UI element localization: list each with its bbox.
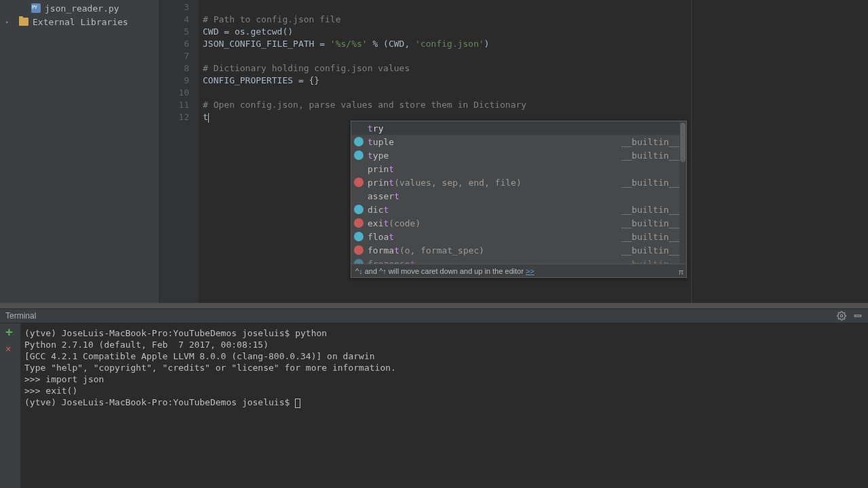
- hide-icon[interactable]: [853, 311, 863, 321]
- completion-origin: __builtin__: [621, 259, 679, 264]
- completion-origin: __builtin__: [621, 150, 679, 161]
- terminal-tool-header[interactable]: Terminal: [0, 308, 868, 323]
- autocomplete-item[interactable]: dict__builtin__: [351, 203, 686, 216]
- footer-text: will move caret down and up in the edito…: [389, 267, 524, 275]
- terminal-output[interactable]: (ytve) JoseLuis-MacBook-Pro:YouTubeDemos…: [20, 323, 868, 488]
- footer-more-link[interactable]: >>: [526, 267, 534, 275]
- code-line[interactable]: # Dictionary holding config.json values: [199, 62, 868, 75]
- completion-name: frozenset: [368, 259, 415, 264]
- terminal-title: Terminal: [5, 311, 36, 321]
- autocomplete-item[interactable]: type__builtin__: [351, 148, 686, 162]
- completion-origin: __builtin__: [621, 232, 679, 242]
- completion-kind-icon: [354, 245, 363, 255]
- completion-kind-icon: [354, 259, 363, 264]
- autocomplete-item[interactable]: tuple__builtin__: [351, 135, 686, 148]
- completion-name: print: [368, 164, 394, 174]
- code-line[interactable]: # Path to config.json file: [199, 14, 868, 26]
- svg-rect-1: [854, 315, 861, 317]
- new-session-icon[interactable]: +: [5, 327, 15, 337]
- line-number: 11: [159, 99, 189, 111]
- completion-kind-icon: [354, 123, 363, 133]
- line-number: 12: [159, 111, 189, 123]
- terminal-line: >>> exit(): [24, 385, 864, 396]
- tree-file-json-reader[interactable]: json_reader.py: [0, 1, 159, 15]
- autocomplete-item[interactable]: float__builtin__: [351, 230, 686, 243]
- autocomplete-item[interactable]: exit(code)__builtin__: [351, 216, 686, 230]
- autocomplete-scrollbar[interactable]: [679, 121, 686, 264]
- completion-origin: __builtin__: [621, 245, 679, 256]
- completion-params: (o, format_spec): [399, 245, 484, 256]
- completion-name: tuple: [368, 137, 394, 147]
- code-line[interactable]: # Open config.json, parse values and sto…: [199, 99, 868, 111]
- terminal-line: (ytve) JoseLuis-MacBook-Pro:YouTubeDemos…: [24, 396, 864, 408]
- completion-kind-icon: [354, 178, 363, 187]
- horizontal-splitter[interactable]: [0, 303, 868, 308]
- terminal-panel: + ✕ (ytve) JoseLuis-MacBook-Pro:YouTubeD…: [0, 323, 868, 488]
- code-line[interactable]: CWD = os.getcwd(): [199, 26, 868, 38]
- completion-origin: __builtin__: [621, 205, 679, 215]
- completion-kind-icon: [354, 150, 363, 160]
- completion-kind-icon: [354, 218, 363, 228]
- line-number: 5: [159, 26, 189, 38]
- terminal-cursor: [295, 399, 300, 408]
- chevron-right-icon: ▸: [5, 18, 9, 25]
- completion-name: format: [368, 245, 399, 256]
- terminal-line: Python 2.7.10 (default, Feb 7 2017, 00:0…: [24, 339, 864, 350]
- autocomplete-item[interactable]: format(o, format_spec)__builtin__: [351, 243, 686, 257]
- terminal-gutter: + ✕: [0, 323, 20, 488]
- completion-kind-icon: [354, 205, 363, 214]
- code-line[interactable]: [199, 1, 868, 14]
- line-number: 8: [159, 62, 189, 75]
- code-line[interactable]: [199, 87, 868, 99]
- autocomplete-item[interactable]: print: [351, 162, 686, 176]
- completion-name: exit: [368, 218, 389, 228]
- completion-name: float: [368, 232, 394, 242]
- completion-kind-icon: [354, 232, 363, 241]
- completion-name: type: [368, 150, 389, 161]
- python-file-icon: [31, 3, 41, 13]
- line-number: 4: [159, 14, 189, 26]
- pi-icon: π: [678, 268, 684, 276]
- text-caret: [208, 113, 209, 123]
- editor[interactable]: 3456789101112 # Path to config.json file…: [159, 0, 868, 308]
- completion-origin: __builtin__: [621, 137, 679, 147]
- code-line[interactable]: [199, 50, 868, 62]
- tree-lib-label: External Libraries: [33, 17, 128, 27]
- completion-params: (values, sep, end, file): [394, 178, 521, 188]
- close-session-icon[interactable]: ✕: [5, 344, 15, 353]
- completion-kind-icon: [354, 191, 363, 201]
- scrollbar-thumb[interactable]: [680, 123, 686, 162]
- project-tree: json_reader.py ▸ External Libraries: [0, 0, 159, 308]
- tree-file-label: json_reader.py: [45, 3, 119, 14]
- line-number: 6: [159, 38, 189, 50]
- gear-icon[interactable]: [837, 311, 846, 321]
- autocomplete-list[interactable]: trytuple__builtin__type__builtin__printp…: [351, 121, 686, 264]
- code-line[interactable]: JSON_CONFIG_FILE_PATH = '%s/%s' % (CWD, …: [199, 38, 868, 50]
- code-line[interactable]: CONFIG_PROPERTIES = {}: [199, 75, 868, 87]
- completion-origin: __builtin__: [621, 178, 679, 188]
- terminal-line: (ytve) JoseLuis-MacBook-Pro:YouTubeDemos…: [24, 327, 864, 339]
- completion-name: dict: [368, 205, 389, 215]
- completion-name: assert: [368, 191, 399, 201]
- completion-origin: __builtin__: [621, 218, 679, 228]
- autocomplete-item[interactable]: print(values, sep, end, file)__builtin__: [351, 176, 686, 189]
- completion-name: try: [368, 123, 383, 134]
- right-margin-guide: [691, 0, 692, 308]
- completion-kind-icon: [354, 137, 363, 146]
- tree-external-libraries[interactable]: ▸ External Libraries: [0, 15, 159, 28]
- line-number: 7: [159, 50, 189, 62]
- svg-point-0: [840, 314, 843, 317]
- autocomplete-popup[interactable]: trytuple__builtin__type__builtin__printp…: [351, 121, 687, 278]
- line-number: 3: [159, 1, 189, 14]
- autocomplete-footer: ^↓ and ^↑ will move caret down and up in…: [351, 264, 686, 277]
- footer-shortcut-hint: ^↓ and ^↑: [355, 267, 387, 275]
- terminal-line: [GCC 4.2.1 Compatible Apple LLVM 8.0.0 (…: [24, 350, 864, 362]
- completion-name: print: [368, 178, 394, 188]
- line-number: 10: [159, 87, 189, 99]
- autocomplete-item[interactable]: assert: [351, 189, 686, 203]
- completion-params: (code): [389, 218, 420, 228]
- line-number: 9: [159, 75, 189, 87]
- autocomplete-item[interactable]: try: [351, 121, 686, 135]
- terminal-line: Type "help", "copyright", "credits" or "…: [24, 362, 864, 373]
- autocomplete-item[interactable]: frozenset__builtin__: [351, 257, 686, 264]
